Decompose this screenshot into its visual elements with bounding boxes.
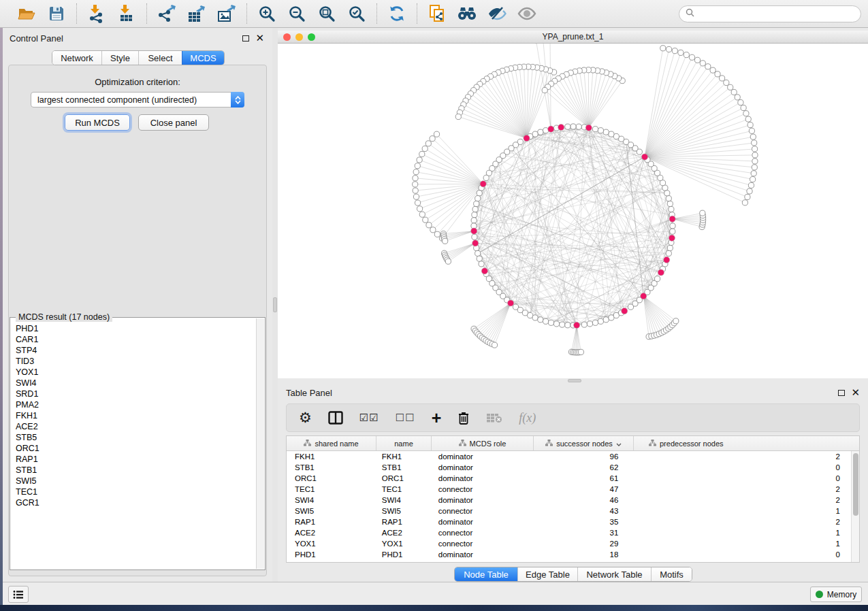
cell-predecessor-nodes: 2 xyxy=(633,496,851,504)
delete-column-trash-icon[interactable] xyxy=(457,408,470,428)
mcds-result-item[interactable]: SRD1 xyxy=(16,389,256,399)
search-field[interactable] xyxy=(698,9,854,18)
mcds-list-scrollbar[interactable] xyxy=(256,318,264,569)
float-panel-icon[interactable] xyxy=(242,35,249,42)
mcds-result-item[interactable]: PMA2 xyxy=(16,399,256,410)
run-mcds-button[interactable]: Run MCDS xyxy=(65,114,130,131)
mcds-result-item[interactable]: FKH1 xyxy=(16,410,256,421)
mcds-result-item[interactable]: PHD1 xyxy=(16,323,256,334)
tab-network[interactable]: Network xyxy=(52,51,101,65)
network-window-titlebar[interactable]: YPA_prune.txt_1 xyxy=(278,31,868,44)
show-columns-icon[interactable] xyxy=(328,408,343,428)
task-history-button[interactable] xyxy=(8,586,29,603)
column-header-name[interactable]: name xyxy=(376,436,432,450)
cell-MCDS-role: dominator xyxy=(432,474,534,482)
cell-predecessor-nodes: 2 xyxy=(633,452,851,461)
show-panels-eye-icon[interactable] xyxy=(517,3,537,24)
zoom-fit-icon[interactable] xyxy=(317,3,337,24)
mcds-result-item[interactable]: STB5 xyxy=(16,432,256,443)
table-row[interactable]: ACE2ACE2connector311 xyxy=(287,527,851,538)
mcds-result-list[interactable]: PHD1CAR1STP4TID3YOX1SWI4SRD1PMA2FKH1ACE2… xyxy=(11,322,256,569)
add-column-icon[interactable]: + xyxy=(432,408,442,428)
cell-name: FKH1 xyxy=(376,452,432,461)
column-header-successor-nodes[interactable]: successor nodes xyxy=(534,436,634,450)
cell-MCDS-role: dominator xyxy=(432,463,534,472)
mcds-result-item[interactable]: CAR1 xyxy=(16,334,256,345)
float-table-panel-icon[interactable] xyxy=(838,390,845,396)
table-scrollbar[interactable] xyxy=(851,451,859,562)
clone-network-icon[interactable] xyxy=(427,3,447,24)
mcds-result-item[interactable]: GCR1 xyxy=(16,497,256,508)
org-chart-icon xyxy=(459,440,466,448)
zoom-in-icon[interactable] xyxy=(257,3,277,24)
table-row[interactable]: PHD1PHD1dominator180 xyxy=(287,549,851,560)
select-all-checkboxes-icon[interactable]: ☑☑ xyxy=(359,408,379,428)
node-table-header: shared namenameMCDS rolesuccessor nodesp… xyxy=(287,436,859,451)
hide-panels-eye-icon[interactable] xyxy=(487,3,507,24)
mcds-result-item[interactable]: ACE2 xyxy=(16,421,256,432)
close-table-panel-icon[interactable]: ✕ xyxy=(851,389,860,396)
column-settings-gear-icon[interactable]: ⚙ xyxy=(299,408,312,428)
tab-mcds[interactable]: MCDS xyxy=(182,51,224,65)
export-table-icon[interactable] xyxy=(187,3,207,24)
cell-predecessor-nodes: 1 xyxy=(633,529,851,537)
import-table-icon[interactable] xyxy=(116,3,137,24)
search-input[interactable] xyxy=(679,5,861,22)
mcds-result-item[interactable]: TEC1 xyxy=(16,486,256,497)
mcds-result-item[interactable]: SWI4 xyxy=(16,378,256,389)
table-row[interactable]: ORC1ORC1dominator610 xyxy=(287,473,851,484)
network-graph[interactable] xyxy=(278,44,868,378)
table-row[interactable]: YOX1YOX1connector291 xyxy=(287,538,851,549)
import-network-icon[interactable] xyxy=(86,3,107,24)
cell-successor-nodes: 62 xyxy=(534,463,634,472)
table-scrollbar-thumb[interactable] xyxy=(853,453,858,516)
table-toolbar: ⚙ ☑☑ ☐☐ + f(x) xyxy=(286,403,860,432)
cell-name: SWI4 xyxy=(376,496,432,504)
column-header-shared-name[interactable]: shared name xyxy=(287,436,376,450)
apply-function-icon: f(x) xyxy=(519,408,536,428)
cell-MCDS-role: dominator xyxy=(432,550,534,559)
horizontal-splitter[interactable] xyxy=(278,378,868,383)
export-network-icon[interactable] xyxy=(157,3,177,24)
table-row[interactable]: STB1STB1dominator620 xyxy=(287,462,851,473)
tab-motifs[interactable]: Motifs xyxy=(651,567,692,581)
criterion-dropdown[interactable]: largest connected component (undirected) xyxy=(31,92,244,108)
mcds-result-item[interactable]: RAP1 xyxy=(16,454,256,465)
table-row[interactable]: TEC1TEC1connector472 xyxy=(287,484,851,495)
mcds-result-item[interactable]: SWI5 xyxy=(16,476,256,486)
refresh-icon[interactable] xyxy=(387,3,407,24)
table-row[interactable]: SWI4SWI4dominator462 xyxy=(287,495,851,506)
close-panel-icon[interactable]: ✕ xyxy=(255,35,264,42)
close-panel-button[interactable]: Close panel xyxy=(138,114,209,131)
export-image-icon[interactable] xyxy=(216,3,237,24)
table-row[interactable]: FKH1FKH1dominator962 xyxy=(287,451,851,462)
column-header-predecessor-nodes[interactable]: predecessor nodes xyxy=(634,436,852,450)
zoom-selected-icon[interactable] xyxy=(347,3,367,24)
table-panel-titlebar: Table Panel ✕ xyxy=(278,383,868,402)
mcds-result-item[interactable]: YOX1 xyxy=(16,367,256,378)
mcds-result-item[interactable]: STP4 xyxy=(16,345,256,356)
deselect-all-checkboxes-icon[interactable]: ☐☐ xyxy=(396,408,415,428)
memory-status-dot xyxy=(816,591,823,598)
mcds-result-item[interactable]: ORC1 xyxy=(16,443,256,454)
table-row[interactable]: SWI5SWI5connector431 xyxy=(287,506,851,516)
table-row[interactable]: RAP1RAP1dominator352 xyxy=(287,516,851,527)
zoom-out-icon[interactable] xyxy=(287,3,307,24)
vertical-splitter[interactable] xyxy=(272,28,278,582)
tab-network-table[interactable]: Network Table xyxy=(577,567,651,581)
vertical-splitter-grip[interactable] xyxy=(273,297,277,312)
open-folder-icon[interactable] xyxy=(16,3,37,24)
tab-edge-table[interactable]: Edge Table xyxy=(517,567,577,581)
mcds-result-item[interactable]: TID3 xyxy=(16,356,256,367)
column-header-MCDS-role[interactable]: MCDS role xyxy=(432,436,534,450)
memory-button[interactable]: Memory xyxy=(810,587,862,602)
tab-select[interactable]: Select xyxy=(138,51,182,65)
horizontal-splitter-grip[interactable] xyxy=(568,379,581,382)
mcds-result-item[interactable]: STB1 xyxy=(16,465,256,476)
save-icon[interactable] xyxy=(46,3,67,24)
tab-style[interactable]: Style xyxy=(101,51,138,65)
mcds-result-groupbox: MCDS result (17 nodes) PHD1CAR1STP4TID3Y… xyxy=(10,317,266,570)
tab-node-table[interactable]: Node Table xyxy=(455,567,517,581)
cell-name: YOX1 xyxy=(376,540,432,548)
search-network-icon[interactable] xyxy=(457,3,477,24)
